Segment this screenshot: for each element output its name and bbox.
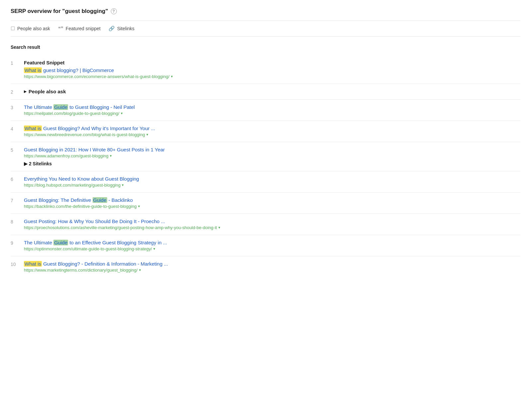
result-row: 6Everything You Need to Know about Guest…	[11, 171, 520, 193]
sitelinks-label[interactable]: ▶ 2 Sitelinks	[24, 161, 520, 166]
dropdown-arrow[interactable]: ▾	[218, 225, 220, 230]
result-title-link[interactable]: Guest Blogging: The Definitive Guide - B…	[24, 197, 520, 203]
dropdown-arrow[interactable]: ▾	[121, 111, 123, 116]
result-url: https://blog.hubspot.com/marketing/guest…	[24, 183, 520, 188]
result-content: The Ultimate Guide to an Effective Guest…	[24, 240, 520, 251]
result-title-link[interactable]: What is Guest Blogging? - Definition & I…	[24, 261, 520, 267]
result-row: 3The Ultimate Guide to Guest Blogging - …	[11, 100, 520, 121]
triangle-icon: ▶	[24, 89, 27, 94]
row-number: 2	[11, 89, 17, 95]
result-title-link[interactable]: What is guest blogging? | BigCommerce	[24, 67, 520, 73]
dropdown-arrow[interactable]: ▾	[153, 247, 155, 251]
result-row: 8Guest Posting: How & Why You Should Be …	[11, 214, 520, 235]
result-url: https://backlinko.com/the-definitive-gui…	[24, 204, 520, 209]
result-url: https://www.marketingterms.com/dictionar…	[24, 268, 520, 273]
people-also-ask-row[interactable]: ▶People also ask	[24, 89, 520, 94]
dropdown-arrow[interactable]: ▾	[139, 268, 141, 272]
filter-sitelinks[interactable]: 🔗 Sitelinks	[109, 26, 134, 32]
filter-people-also-ask[interactable]: ☐ People also ask	[11, 26, 50, 32]
dropdown-arrow[interactable]: ▾	[171, 74, 173, 79]
filter-sitelinks-label: Sitelinks	[117, 26, 134, 31]
result-content: Everything You Need to Know about Guest …	[24, 176, 520, 188]
dropdown-arrow[interactable]: ▾	[122, 183, 124, 187]
row-number: 7	[11, 197, 17, 203]
result-title-link[interactable]: Guest Blogging in 2021: How I Wrote 80+ …	[24, 147, 520, 152]
result-title-link[interactable]: The Ultimate Guide to Guest Blogging - N…	[24, 104, 520, 110]
row-number: 1	[11, 60, 17, 66]
page-title: SERP overview for "guest blogging" ?	[11, 8, 520, 15]
result-title-link[interactable]: Guest Posting: How & Why You Should Be D…	[24, 218, 520, 224]
filter-featured-snippet[interactable]: ❝❞ Featured snippet	[58, 26, 101, 32]
row-number: 10	[11, 261, 17, 267]
result-content: Guest Posting: How & Why You Should Be D…	[24, 218, 520, 230]
result-content: Guest Blogging: The Definitive Guide - B…	[24, 197, 520, 209]
result-title-link[interactable]: What is Guest Blogging? And Why it's Imp…	[24, 126, 520, 131]
row-number: 5	[11, 147, 17, 153]
featured-snippet-icon: ❝❞	[58, 26, 63, 32]
result-url: https://www.adamenfroy.com/guest-bloggin…	[24, 153, 520, 158]
result-url: https://www.newbreedrevenue.com/blog/wha…	[24, 132, 520, 137]
filter-bar: ☐ People also ask ❝❞ Featured snippet 🔗 …	[11, 21, 520, 37]
people-also-ask-icon: ☐	[11, 26, 15, 32]
row-number: 3	[11, 104, 17, 110]
people-also-ask-label: People also ask	[29, 89, 66, 94]
result-content: What is Guest Blogging? And Why it's Imp…	[24, 126, 520, 137]
result-row: 1Featured SnippetWhat is guest blogging?…	[11, 55, 520, 84]
result-url: https://neilpatel.com/blog/guide-to-gues…	[24, 111, 520, 116]
help-icon[interactable]: ?	[111, 8, 117, 14]
filter-featured-snippet-label: Featured snippet	[66, 26, 101, 31]
result-url: https://proechosolutions.com/asheville-m…	[24, 225, 520, 230]
result-row: 9The Ultimate Guide to an Effective Gues…	[11, 235, 520, 256]
section-header: Search result	[11, 43, 520, 50]
result-row: 10What is Guest Blogging? - Definition &…	[11, 256, 520, 277]
page-title-text: SERP overview for "guest blogging"	[11, 8, 108, 15]
filter-people-also-ask-label: People also ask	[17, 26, 50, 31]
featured-snippet-label: Featured Snippet	[24, 60, 520, 65]
result-content: The Ultimate Guide to Guest Blogging - N…	[24, 104, 520, 116]
result-row: 4What is Guest Blogging? And Why it's Im…	[11, 121, 520, 142]
result-row: 5Guest Blogging in 2021: How I Wrote 80+…	[11, 142, 520, 171]
result-content: ▶People also ask	[24, 89, 520, 94]
row-number: 4	[11, 126, 17, 131]
dropdown-arrow[interactable]: ▾	[110, 154, 112, 158]
result-content: What is Guest Blogging? - Definition & I…	[24, 261, 520, 273]
result-url: https://optinmonster.com/ultimate-guide-…	[24, 246, 520, 251]
result-title-link[interactable]: Everything You Need to Know about Guest …	[24, 176, 520, 182]
row-number: 6	[11, 176, 17, 182]
row-number: 8	[11, 218, 17, 224]
row-number: 9	[11, 240, 17, 246]
result-url: https://www.bigcommerce.com/ecommerce-an…	[24, 74, 520, 79]
sitelinks-icon: 🔗	[109, 26, 115, 32]
results-list: 1Featured SnippetWhat is guest blogging?…	[11, 55, 520, 277]
result-row: 7Guest Blogging: The Definitive Guide - …	[11, 193, 520, 214]
result-title-link[interactable]: The Ultimate Guide to an Effective Guest…	[24, 240, 520, 245]
result-row: 2▶People also ask	[11, 84, 520, 100]
result-content: Guest Blogging in 2021: How I Wrote 80+ …	[24, 147, 520, 166]
result-content: Featured SnippetWhat is guest blogging? …	[24, 60, 520, 79]
dropdown-arrow[interactable]: ▾	[146, 132, 148, 137]
dropdown-arrow[interactable]: ▾	[138, 204, 140, 209]
